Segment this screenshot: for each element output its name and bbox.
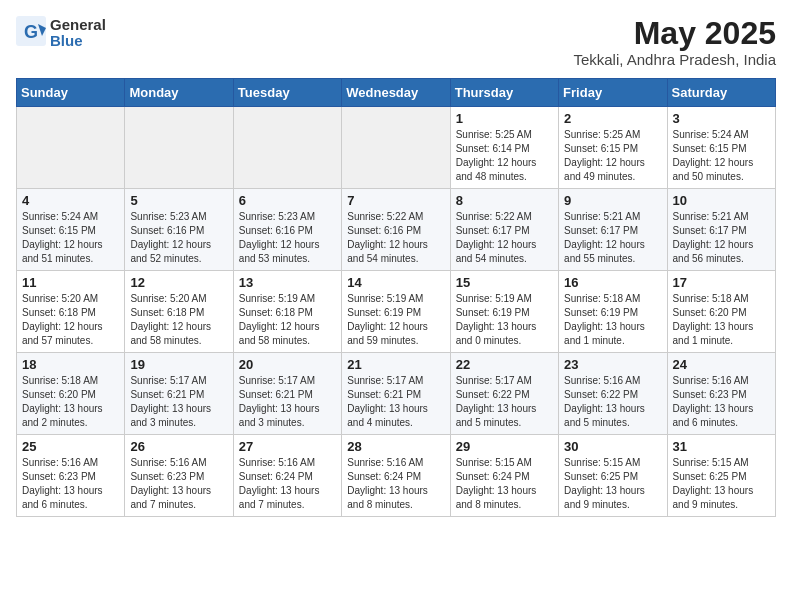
calendar-cell: 4Sunrise: 5:24 AM Sunset: 6:15 PM Daylig…: [17, 189, 125, 271]
day-number: 11: [22, 275, 119, 290]
calendar-cell: 6Sunrise: 5:23 AM Sunset: 6:16 PM Daylig…: [233, 189, 341, 271]
day-info: Sunrise: 5:16 AM Sunset: 6:23 PM Dayligh…: [22, 456, 119, 512]
day-info: Sunrise: 5:24 AM Sunset: 6:15 PM Dayligh…: [673, 128, 770, 184]
day-info: Sunrise: 5:25 AM Sunset: 6:15 PM Dayligh…: [564, 128, 661, 184]
day-number: 22: [456, 357, 553, 372]
day-number: 6: [239, 193, 336, 208]
calendar-cell: 12Sunrise: 5:20 AM Sunset: 6:18 PM Dayli…: [125, 271, 233, 353]
month-title: May 2025: [573, 16, 776, 51]
day-number: 4: [22, 193, 119, 208]
svg-text:G: G: [24, 22, 38, 42]
day-number: 1: [456, 111, 553, 126]
day-number: 12: [130, 275, 227, 290]
calendar-cell: 15Sunrise: 5:19 AM Sunset: 6:19 PM Dayli…: [450, 271, 558, 353]
logo-icon: G: [16, 16, 46, 46]
day-number: 10: [673, 193, 770, 208]
day-number: 14: [347, 275, 444, 290]
day-number: 8: [456, 193, 553, 208]
calendar-cell: 30Sunrise: 5:15 AM Sunset: 6:25 PM Dayli…: [559, 435, 667, 517]
weekday-header-monday: Monday: [125, 79, 233, 107]
calendar-cell: 21Sunrise: 5:17 AM Sunset: 6:21 PM Dayli…: [342, 353, 450, 435]
calendar-week-row: 11Sunrise: 5:20 AM Sunset: 6:18 PM Dayli…: [17, 271, 776, 353]
day-info: Sunrise: 5:21 AM Sunset: 6:17 PM Dayligh…: [564, 210, 661, 266]
calendar-cell: 8Sunrise: 5:22 AM Sunset: 6:17 PM Daylig…: [450, 189, 558, 271]
calendar-cell: [17, 107, 125, 189]
weekday-header-saturday: Saturday: [667, 79, 775, 107]
calendar-cell: 16Sunrise: 5:18 AM Sunset: 6:19 PM Dayli…: [559, 271, 667, 353]
calendar-cell: 22Sunrise: 5:17 AM Sunset: 6:22 PM Dayli…: [450, 353, 558, 435]
calendar-cell: [125, 107, 233, 189]
day-info: Sunrise: 5:17 AM Sunset: 6:22 PM Dayligh…: [456, 374, 553, 430]
day-number: 28: [347, 439, 444, 454]
day-number: 31: [673, 439, 770, 454]
weekday-header-friday: Friday: [559, 79, 667, 107]
day-number: 27: [239, 439, 336, 454]
day-number: 30: [564, 439, 661, 454]
day-info: Sunrise: 5:16 AM Sunset: 6:23 PM Dayligh…: [130, 456, 227, 512]
day-info: Sunrise: 5:20 AM Sunset: 6:18 PM Dayligh…: [22, 292, 119, 348]
weekday-header-sunday: Sunday: [17, 79, 125, 107]
calendar-cell: 1Sunrise: 5:25 AM Sunset: 6:14 PM Daylig…: [450, 107, 558, 189]
calendar-cell: 27Sunrise: 5:16 AM Sunset: 6:24 PM Dayli…: [233, 435, 341, 517]
day-number: 9: [564, 193, 661, 208]
day-info: Sunrise: 5:15 AM Sunset: 6:24 PM Dayligh…: [456, 456, 553, 512]
day-info: Sunrise: 5:20 AM Sunset: 6:18 PM Dayligh…: [130, 292, 227, 348]
calendar-cell: 24Sunrise: 5:16 AM Sunset: 6:23 PM Dayli…: [667, 353, 775, 435]
calendar-cell: 19Sunrise: 5:17 AM Sunset: 6:21 PM Dayli…: [125, 353, 233, 435]
calendar-cell: 7Sunrise: 5:22 AM Sunset: 6:16 PM Daylig…: [342, 189, 450, 271]
calendar-cell: [233, 107, 341, 189]
calendar-week-row: 25Sunrise: 5:16 AM Sunset: 6:23 PM Dayli…: [17, 435, 776, 517]
day-info: Sunrise: 5:22 AM Sunset: 6:16 PM Dayligh…: [347, 210, 444, 266]
day-info: Sunrise: 5:16 AM Sunset: 6:22 PM Dayligh…: [564, 374, 661, 430]
logo-general: General: [50, 17, 106, 34]
day-info: Sunrise: 5:17 AM Sunset: 6:21 PM Dayligh…: [239, 374, 336, 430]
page-header: G General Blue May 2025 Tekkali, Andhra …: [16, 16, 776, 68]
calendar-week-row: 1Sunrise: 5:25 AM Sunset: 6:14 PM Daylig…: [17, 107, 776, 189]
day-number: 7: [347, 193, 444, 208]
weekday-header-thursday: Thursday: [450, 79, 558, 107]
day-info: Sunrise: 5:23 AM Sunset: 6:16 PM Dayligh…: [130, 210, 227, 266]
day-number: 29: [456, 439, 553, 454]
day-number: 15: [456, 275, 553, 290]
calendar-cell: 25Sunrise: 5:16 AM Sunset: 6:23 PM Dayli…: [17, 435, 125, 517]
day-number: 5: [130, 193, 227, 208]
day-number: 21: [347, 357, 444, 372]
day-number: 3: [673, 111, 770, 126]
calendar-cell: 5Sunrise: 5:23 AM Sunset: 6:16 PM Daylig…: [125, 189, 233, 271]
calendar-cell: 28Sunrise: 5:16 AM Sunset: 6:24 PM Dayli…: [342, 435, 450, 517]
calendar-cell: 17Sunrise: 5:18 AM Sunset: 6:20 PM Dayli…: [667, 271, 775, 353]
calendar-cell: 14Sunrise: 5:19 AM Sunset: 6:19 PM Dayli…: [342, 271, 450, 353]
calendar-cell: 11Sunrise: 5:20 AM Sunset: 6:18 PM Dayli…: [17, 271, 125, 353]
day-info: Sunrise: 5:18 AM Sunset: 6:20 PM Dayligh…: [673, 292, 770, 348]
day-number: 18: [22, 357, 119, 372]
calendar-cell: 9Sunrise: 5:21 AM Sunset: 6:17 PM Daylig…: [559, 189, 667, 271]
calendar-cell: 10Sunrise: 5:21 AM Sunset: 6:17 PM Dayli…: [667, 189, 775, 271]
day-info: Sunrise: 5:25 AM Sunset: 6:14 PM Dayligh…: [456, 128, 553, 184]
day-number: 25: [22, 439, 119, 454]
calendar-week-row: 18Sunrise: 5:18 AM Sunset: 6:20 PM Dayli…: [17, 353, 776, 435]
calendar-cell: 23Sunrise: 5:16 AM Sunset: 6:22 PM Dayli…: [559, 353, 667, 435]
calendar-header-row: SundayMondayTuesdayWednesdayThursdayFrid…: [17, 79, 776, 107]
day-info: Sunrise: 5:22 AM Sunset: 6:17 PM Dayligh…: [456, 210, 553, 266]
logo: G General Blue: [16, 16, 106, 50]
calendar-cell: 20Sunrise: 5:17 AM Sunset: 6:21 PM Dayli…: [233, 353, 341, 435]
day-number: 20: [239, 357, 336, 372]
calendar-cell: 29Sunrise: 5:15 AM Sunset: 6:24 PM Dayli…: [450, 435, 558, 517]
day-info: Sunrise: 5:24 AM Sunset: 6:15 PM Dayligh…: [22, 210, 119, 266]
logo-blue: Blue: [50, 33, 106, 50]
day-number: 19: [130, 357, 227, 372]
weekday-header-tuesday: Tuesday: [233, 79, 341, 107]
day-info: Sunrise: 5:15 AM Sunset: 6:25 PM Dayligh…: [673, 456, 770, 512]
calendar-table: SundayMondayTuesdayWednesdayThursdayFrid…: [16, 78, 776, 517]
calendar-cell: 3Sunrise: 5:24 AM Sunset: 6:15 PM Daylig…: [667, 107, 775, 189]
calendar-week-row: 4Sunrise: 5:24 AM Sunset: 6:15 PM Daylig…: [17, 189, 776, 271]
calendar-cell: 31Sunrise: 5:15 AM Sunset: 6:25 PM Dayli…: [667, 435, 775, 517]
day-info: Sunrise: 5:19 AM Sunset: 6:19 PM Dayligh…: [456, 292, 553, 348]
day-info: Sunrise: 5:23 AM Sunset: 6:16 PM Dayligh…: [239, 210, 336, 266]
day-info: Sunrise: 5:16 AM Sunset: 6:24 PM Dayligh…: [347, 456, 444, 512]
calendar-cell: [342, 107, 450, 189]
day-number: 13: [239, 275, 336, 290]
day-info: Sunrise: 5:17 AM Sunset: 6:21 PM Dayligh…: [347, 374, 444, 430]
calendar-cell: 13Sunrise: 5:19 AM Sunset: 6:18 PM Dayli…: [233, 271, 341, 353]
day-number: 24: [673, 357, 770, 372]
